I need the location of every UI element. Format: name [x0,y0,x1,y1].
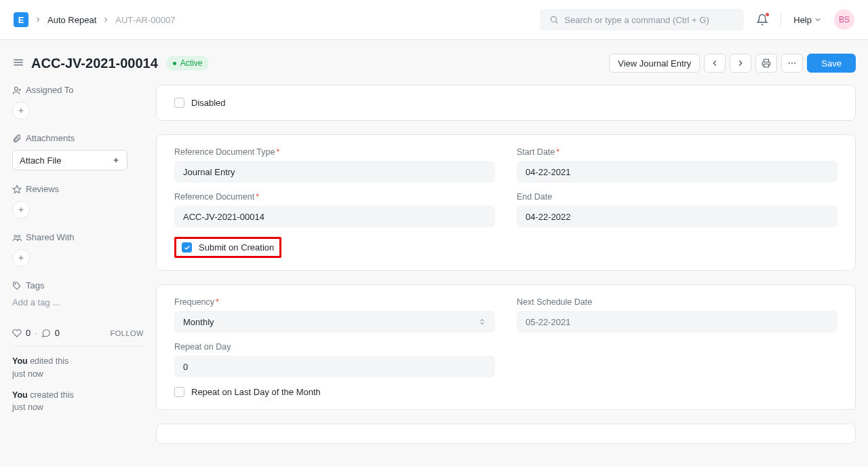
attachments-header: Attachments [12,133,144,143]
notifications-button[interactable] [756,14,768,26]
card-reference: Reference Document Type* Journal Entry R… [156,134,856,271]
svg-line-1 [556,22,558,24]
more-menu-button[interactable] [781,54,803,73]
card-next [156,424,856,444]
card-frequency: Frequency* Monthly Repeat on Day 0 [156,284,856,410]
start-date-field[interactable]: 04-22-2021 [517,161,837,183]
svg-rect-5 [764,64,769,67]
timeline-what: edited this [30,356,68,366]
assigned-to-header: Assigned To [12,85,144,95]
ref-doctype-label: Reference Document Type* [174,147,495,157]
sidebar-toggle-icon[interactable] [12,56,24,71]
ref-doc-label: Reference Document* [174,192,495,202]
add-review-button[interactable] [12,201,30,219]
select-arrows-icon [478,318,486,326]
svg-point-23 [15,283,16,284]
ref-doctype-field[interactable]: Journal Entry [174,161,495,183]
start-date-label: Start Date* [517,147,837,157]
assigned-to-label: Assigned To [26,85,74,95]
avatar[interactable]: BS [834,10,854,30]
submit-on-creation-highlight: Submit on Creation [174,237,281,258]
print-button[interactable] [755,54,777,73]
submit-on-creation-label: Submit on Creation [199,242,274,253]
comments-count: 0 [55,328,60,338]
chevron-right-icon [34,16,42,24]
timeline-when: just now [12,403,43,412]
timeline-who: You [12,390,28,400]
tags-label: Tags [26,280,44,291]
tags-header: Tags [12,280,144,291]
search-placeholder: Search or type a command (Ctrl + G) [564,15,709,25]
page-header: ACC-JV-2021-00014 Active View Journal En… [0,40,868,73]
timeline-when: just now [12,369,43,379]
comment-icon[interactable] [41,329,51,338]
form-main: Disabled Reference Document Type* Journa… [156,85,856,457]
svg-point-8 [795,62,796,64]
submit-on-creation-checkbox[interactable]: Submit on Creation [182,242,274,253]
repeat-last-day-checkbox[interactable]: Repeat on Last Day of the Month [174,387,495,397]
ref-doc-field[interactable]: ACC-JV-2021-00014 [174,206,495,227]
tags-input[interactable]: Add a tag ... [12,297,144,307]
frequency-select[interactable]: Monthly [174,311,495,333]
breadcrumb: E Auto Repeat AUT-AR-00007 [14,12,175,27]
repeat-on-day-field[interactable]: 0 [174,356,495,377]
top-navbar: E Auto Repeat AUT-AR-00007 Search or typ… [0,0,868,40]
next-button[interactable] [730,54,751,73]
shared-with-label: Shared With [26,232,75,242]
notification-dot [766,13,769,16]
next-schedule-label: Next Schedule Date [517,297,837,307]
search-input[interactable]: Search or type a command (Ctrl + G) [540,9,744,31]
form-sidebar: Assigned To Attachments Attach File Revi… [12,85,144,457]
divider [781,14,781,26]
follow-button[interactable]: FOLLOW [111,329,144,337]
breadcrumb-level-1[interactable]: Auto Repeat [47,15,96,25]
divider [12,346,144,347]
svg-point-19 [14,235,17,238]
add-share-button[interactable] [12,249,30,267]
add-assignee-button[interactable] [12,102,30,119]
svg-point-20 [18,235,20,238]
checkbox-icon [174,98,184,108]
help-label: Help [793,15,812,25]
shared-with-header: Shared With [12,232,144,242]
repeat-on-day-label: Repeat on Day [174,342,495,352]
save-button[interactable]: Save [807,54,856,73]
timeline: You edited thisjust now You created this… [12,355,144,414]
frequency-value: Monthly [183,317,214,327]
disabled-checkbox[interactable]: Disabled [174,98,837,108]
disabled-label: Disabled [191,98,226,108]
likes-count: 0 [26,328,31,338]
reviews-header: Reviews [12,184,144,194]
svg-point-9 [15,87,18,90]
attach-file-button[interactable]: Attach File [12,150,127,170]
repeat-last-day-label: Repeat on Last Day of the Month [191,387,321,397]
breadcrumb-level-2[interactable]: AUT-AR-00007 [115,15,175,25]
svg-marker-16 [13,185,21,193]
reviews-label: Reviews [26,184,59,194]
svg-point-6 [789,62,790,64]
checkbox-icon [174,387,184,397]
checkbox-icon [182,242,192,253]
card-disabled: Disabled [156,85,856,121]
timeline-who: You [12,356,28,366]
chevron-right-icon [102,16,110,24]
app-logo[interactable]: E [14,12,28,27]
engagement-meta: 0 · 0 [12,328,60,338]
frequency-label: Frequency* [174,297,495,307]
attachments-label: Attachments [26,133,75,143]
next-schedule-field: 05-22-2021 [517,311,837,333]
end-date-field[interactable]: 04-22-2022 [517,206,837,227]
attach-file-label: Attach File [20,155,61,166]
prev-button[interactable] [704,54,726,73]
end-date-label: End Date [517,192,837,202]
status-badge: Active [166,56,210,71]
svg-point-0 [551,16,557,22]
view-journal-entry-button[interactable]: View Journal Entry [609,54,700,73]
heart-icon[interactable] [12,329,22,338]
page-title: ACC-JV-2021-00014 [31,56,158,71]
svg-point-7 [791,62,793,64]
timeline-what: created this [30,390,74,400]
help-dropdown[interactable]: Help [793,15,822,25]
